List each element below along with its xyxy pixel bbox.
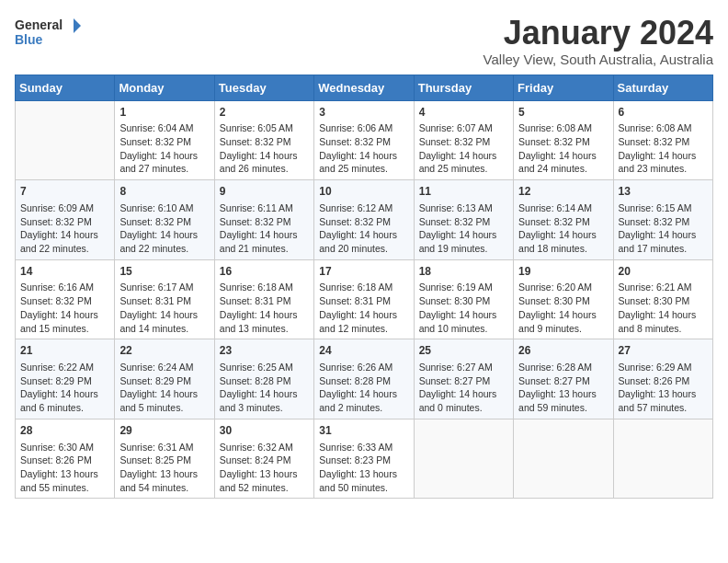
day-info: Sunrise: 6:21 AMSunset: 8:30 PMDaylight:…: [619, 281, 708, 335]
day-info: Sunrise: 6:10 AMSunset: 8:32 PMDaylight:…: [119, 201, 209, 256]
calendar-cell: 24Sunrise: 6:26 AMSunset: 8:28 PMDayligh…: [314, 339, 414, 419]
day-number: 30: [220, 423, 309, 439]
day-info: Sunrise: 6:06 AMSunset: 8:32 PMDaylight:…: [319, 121, 408, 176]
day-number: 2: [220, 105, 309, 121]
calendar-cell: 23Sunrise: 6:25 AMSunset: 8:28 PMDayligh…: [214, 339, 313, 419]
logo-icon: General Blue: [15, 15, 88, 55]
calendar-cell: 19Sunrise: 6:20 AMSunset: 8:30 PMDayligh…: [514, 259, 613, 339]
logo: General Blue: [15, 15, 88, 55]
day-number: 26: [518, 343, 608, 359]
day-info: Sunrise: 6:16 AMSunset: 8:32 PMDaylight:…: [20, 281, 109, 335]
day-number: 1: [119, 105, 209, 121]
day-info: Sunrise: 6:07 AMSunset: 8:32 PMDaylight:…: [419, 121, 508, 176]
calendar-cell: 11Sunrise: 6:13 AMSunset: 8:32 PMDayligh…: [414, 180, 513, 260]
day-info: Sunrise: 6:33 AMSunset: 8:23 PMDaylight:…: [319, 441, 408, 495]
calendar-cell: [613, 419, 712, 499]
svg-text:General: General: [15, 17, 63, 32]
calendar-week-row: 21Sunrise: 6:22 AMSunset: 8:29 PMDayligh…: [16, 339, 713, 419]
day-of-week-header: Monday: [115, 75, 214, 100]
day-number: 5: [518, 105, 608, 121]
calendar-week-row: 28Sunrise: 6:30 AMSunset: 8:26 PMDayligh…: [16, 419, 713, 499]
calendar-cell: 13Sunrise: 6:15 AMSunset: 8:32 PMDayligh…: [613, 180, 712, 260]
day-number: 14: [20, 264, 109, 280]
day-number: 22: [119, 343, 209, 359]
day-info: Sunrise: 6:17 AMSunset: 8:31 PMDaylight:…: [119, 281, 209, 335]
day-info: Sunrise: 6:26 AMSunset: 8:28 PMDaylight:…: [319, 361, 408, 415]
day-number: 4: [419, 105, 508, 121]
day-number: 20: [619, 264, 708, 280]
calendar-cell: 22Sunrise: 6:24 AMSunset: 8:29 PMDayligh…: [115, 339, 214, 419]
day-number: 21: [20, 343, 109, 359]
day-number: 27: [619, 343, 708, 359]
calendar-cell: 8Sunrise: 6:10 AMSunset: 8:32 PMDaylight…: [115, 180, 214, 260]
calendar-cell: 7Sunrise: 6:09 AMSunset: 8:32 PMDaylight…: [16, 180, 115, 260]
page-header: General Blue January 2024 Valley View, S…: [15, 15, 713, 67]
calendar-cell: 3Sunrise: 6:06 AMSunset: 8:32 PMDaylight…: [314, 100, 414, 180]
day-info: Sunrise: 6:18 AMSunset: 8:31 PMDaylight:…: [319, 281, 408, 335]
calendar-cell: 6Sunrise: 6:08 AMSunset: 8:32 PMDaylight…: [613, 100, 712, 180]
calendar-cell: 20Sunrise: 6:21 AMSunset: 8:30 PMDayligh…: [613, 259, 712, 339]
day-info: Sunrise: 6:24 AMSunset: 8:29 PMDaylight:…: [119, 361, 209, 415]
day-number: 18: [419, 264, 508, 280]
calendar-cell: 4Sunrise: 6:07 AMSunset: 8:32 PMDaylight…: [414, 100, 513, 180]
day-number: 11: [419, 184, 508, 200]
day-info: Sunrise: 6:20 AMSunset: 8:30 PMDaylight:…: [518, 281, 608, 335]
day-info: Sunrise: 6:27 AMSunset: 8:27 PMDaylight:…: [419, 361, 508, 415]
calendar-cell: 21Sunrise: 6:22 AMSunset: 8:29 PMDayligh…: [16, 339, 115, 419]
day-of-week-header: Friday: [514, 75, 613, 100]
calendar-week-row: 1Sunrise: 6:04 AMSunset: 8:32 PMDaylight…: [16, 100, 713, 180]
day-info: Sunrise: 6:12 AMSunset: 8:32 PMDaylight:…: [319, 201, 408, 256]
svg-marker-1: [74, 18, 81, 33]
day-number: 29: [119, 423, 209, 439]
day-of-week-header: Wednesday: [314, 75, 414, 100]
day-info: Sunrise: 6:28 AMSunset: 8:27 PMDaylight:…: [518, 361, 608, 415]
calendar-cell: 28Sunrise: 6:30 AMSunset: 8:26 PMDayligh…: [16, 419, 115, 499]
calendar-cell: 16Sunrise: 6:18 AMSunset: 8:31 PMDayligh…: [214, 259, 313, 339]
day-number: 13: [619, 184, 708, 200]
svg-text:Blue: Blue: [15, 32, 43, 47]
day-info: Sunrise: 6:19 AMSunset: 8:30 PMDaylight:…: [419, 281, 508, 335]
day-number: 8: [119, 184, 209, 200]
calendar-cell: 14Sunrise: 6:16 AMSunset: 8:32 PMDayligh…: [16, 259, 115, 339]
day-info: Sunrise: 6:31 AMSunset: 8:25 PMDaylight:…: [119, 441, 209, 495]
calendar-cell: 5Sunrise: 6:08 AMSunset: 8:32 PMDaylight…: [514, 100, 613, 180]
calendar-cell: 29Sunrise: 6:31 AMSunset: 8:25 PMDayligh…: [115, 419, 214, 499]
day-number: 23: [220, 343, 309, 359]
day-info: Sunrise: 6:04 AMSunset: 8:32 PMDaylight:…: [119, 121, 209, 176]
day-of-week-header: Thursday: [414, 75, 513, 100]
day-info: Sunrise: 6:15 AMSunset: 8:32 PMDaylight:…: [619, 201, 708, 256]
calendar-cell: 10Sunrise: 6:12 AMSunset: 8:32 PMDayligh…: [314, 180, 414, 260]
day-number: 15: [119, 264, 209, 280]
day-info: Sunrise: 6:11 AMSunset: 8:32 PMDaylight:…: [220, 201, 309, 256]
day-number: 12: [518, 184, 608, 200]
calendar-cell: 30Sunrise: 6:32 AMSunset: 8:24 PMDayligh…: [214, 419, 313, 499]
calendar-table: SundayMondayTuesdayWednesdayThursdayFrid…: [15, 75, 713, 500]
calendar-cell: 27Sunrise: 6:29 AMSunset: 8:26 PMDayligh…: [613, 339, 712, 419]
day-number: 25: [419, 343, 508, 359]
calendar-cell: 15Sunrise: 6:17 AMSunset: 8:31 PMDayligh…: [115, 259, 214, 339]
day-of-week-header: Tuesday: [214, 75, 313, 100]
calendar-cell: 31Sunrise: 6:33 AMSunset: 8:23 PMDayligh…: [314, 419, 414, 499]
day-info: Sunrise: 6:09 AMSunset: 8:32 PMDaylight:…: [20, 201, 109, 256]
day-number: 3: [319, 105, 408, 121]
calendar-week-row: 14Sunrise: 6:16 AMSunset: 8:32 PMDayligh…: [16, 259, 713, 339]
calendar-cell: [16, 100, 115, 180]
calendar-week-row: 7Sunrise: 6:09 AMSunset: 8:32 PMDaylight…: [16, 180, 713, 260]
day-number: 24: [319, 343, 408, 359]
day-info: Sunrise: 6:29 AMSunset: 8:26 PMDaylight:…: [619, 361, 708, 415]
day-info: Sunrise: 6:22 AMSunset: 8:29 PMDaylight:…: [20, 361, 109, 415]
calendar-cell: [514, 419, 613, 499]
calendar-cell: 9Sunrise: 6:11 AMSunset: 8:32 PMDaylight…: [214, 180, 313, 260]
day-number: 9: [220, 184, 309, 200]
day-number: 17: [319, 264, 408, 280]
calendar-cell: 25Sunrise: 6:27 AMSunset: 8:27 PMDayligh…: [414, 339, 513, 419]
calendar-cell: 2Sunrise: 6:05 AMSunset: 8:32 PMDaylight…: [214, 100, 313, 180]
day-info: Sunrise: 6:32 AMSunset: 8:24 PMDaylight:…: [220, 441, 309, 495]
day-info: Sunrise: 6:08 AMSunset: 8:32 PMDaylight:…: [518, 121, 608, 176]
calendar-cell: 12Sunrise: 6:14 AMSunset: 8:32 PMDayligh…: [514, 180, 613, 260]
calendar-cell: 18Sunrise: 6:19 AMSunset: 8:30 PMDayligh…: [414, 259, 513, 339]
day-number: 28: [20, 423, 109, 439]
calendar-cell: 26Sunrise: 6:28 AMSunset: 8:27 PMDayligh…: [514, 339, 613, 419]
day-info: Sunrise: 6:05 AMSunset: 8:32 PMDaylight:…: [220, 121, 309, 176]
calendar-subtitle: Valley View, South Australia, Australia: [483, 52, 713, 67]
